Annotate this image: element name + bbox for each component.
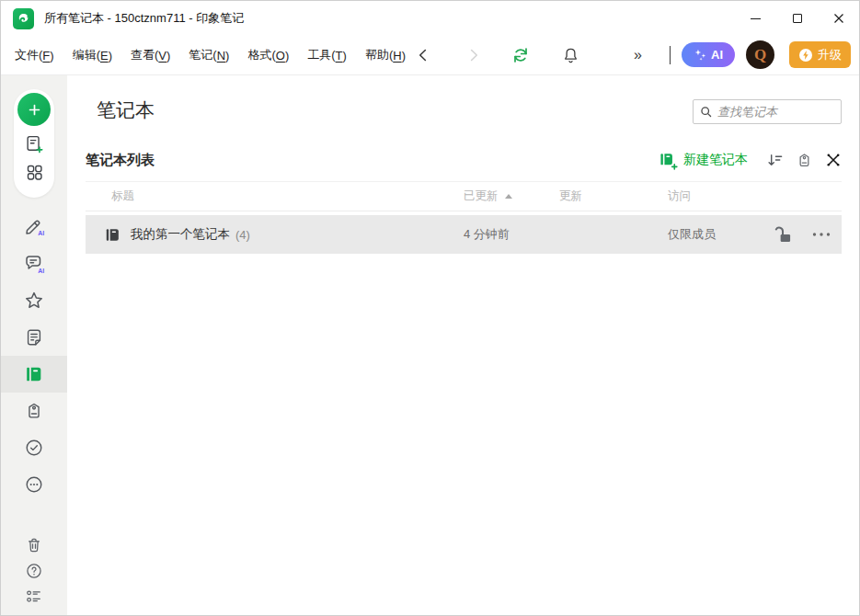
sort-ascending-icon	[505, 194, 512, 199]
quick-new-note-button[interactable]	[24, 134, 44, 154]
sidebar-item-notebooks[interactable]	[1, 356, 67, 393]
minimize-icon	[751, 18, 761, 19]
sidebar-item-notes[interactable]	[1, 319, 67, 356]
notebook-table: 标题 已更新 更新 访问 我的第一个笔记本 (4)	[86, 181, 842, 254]
svg-text:AI: AI	[38, 267, 44, 273]
notebook-search[interactable]	[693, 99, 842, 124]
sidebar-item-tags[interactable]	[1, 393, 67, 429]
sidebar-item-help[interactable]	[1, 558, 67, 584]
new-notebook-button[interactable]: 新建笔记本	[683, 152, 748, 168]
notebook-plus-icon[interactable]	[659, 151, 678, 170]
sync-icon	[511, 46, 530, 64]
menu-view[interactable]: 查看(V)	[121, 36, 179, 74]
unlock-icon	[774, 226, 793, 244]
column-header-update[interactable]: 更新	[545, 188, 654, 204]
pen-ai-icon: AI	[23, 216, 46, 239]
new-note-button[interactable]	[17, 93, 51, 126]
menu-note[interactable]: 笔记(N)	[179, 36, 238, 74]
nav-forward-button[interactable]	[465, 48, 481, 63]
sidebar-item-more[interactable]	[1, 466, 67, 503]
menu-file[interactable]: 文件(F)	[6, 36, 63, 74]
svg-text:AI: AI	[38, 230, 44, 236]
sync-button[interactable]	[511, 46, 530, 64]
sort-icon[interactable]	[766, 152, 784, 169]
back-icon	[416, 48, 431, 63]
chat-ai-icon: AI	[23, 253, 46, 276]
upgrade-label: 升级	[818, 47, 842, 63]
chevrons-right-icon: »	[634, 47, 643, 63]
sidebar-quick-actions	[14, 89, 54, 198]
notebook-icon	[24, 364, 44, 384]
column-header-updated[interactable]: 已更新	[450, 188, 545, 204]
sidebar-item-trash[interactable]	[1, 532, 67, 558]
search-input[interactable]	[717, 105, 834, 119]
help-icon	[25, 562, 43, 580]
upgrade-button[interactable]: 升级	[789, 41, 851, 68]
toolbar-overflow-button[interactable]: »	[634, 47, 643, 63]
star-icon	[23, 290, 45, 312]
notebook-access: 仅限成员	[654, 226, 764, 243]
notifications-button[interactable]	[561, 46, 580, 65]
maximize-button[interactable]	[776, 1, 818, 36]
menu-format[interactable]: 格式(O)	[238, 36, 298, 74]
window-title: 所有笔记本 - 150ctznm711 - 印象笔记	[44, 10, 244, 27]
column-header-title[interactable]: 标题	[86, 188, 450, 204]
widgets-button[interactable]	[25, 163, 44, 182]
search-icon	[700, 105, 712, 119]
maximize-icon	[793, 14, 802, 23]
sidebar-item-tasks[interactable]	[1, 429, 67, 466]
bell-icon	[561, 46, 580, 65]
table-row[interactable]: 我的第一个笔记本 (4) 4 分钟前 仅限成员	[86, 215, 842, 254]
avatar-initial: Q	[754, 46, 766, 64]
table-header-row: 标题 已更新 更新 访问	[86, 181, 842, 211]
notebook-row-icon	[104, 226, 121, 244]
nav-back-button[interactable]	[416, 48, 431, 63]
close-button[interactable]	[818, 1, 859, 36]
menu-help[interactable]: 帮助(H)	[356, 36, 415, 74]
main-content: 笔记本 笔记本列表 新建笔记本	[67, 75, 859, 615]
window-controls	[735, 1, 859, 36]
ellipsis-icon	[811, 232, 831, 237]
sidebar-item-ai-chat[interactable]: AI	[1, 245, 67, 282]
sidebar-item-ai-write[interactable]: AI	[1, 209, 67, 245]
page-title: 笔记本	[97, 97, 155, 123]
close-icon	[833, 13, 844, 24]
lightning-bolt-icon	[798, 48, 813, 63]
notebook-more-button[interactable]	[801, 232, 842, 237]
toolbar-divider	[670, 46, 671, 64]
section-title: 笔记本列表	[86, 152, 155, 169]
note-plus-icon	[24, 134, 44, 154]
expand-icon[interactable]	[825, 152, 842, 168]
grid-icon	[25, 163, 44, 182]
notebook-lock-button[interactable]	[764, 226, 801, 244]
minimize-button[interactable]	[735, 1, 776, 36]
notebook-title: 我的第一个笔记本	[131, 226, 230, 243]
ai-assistant-button[interactable]: AI	[682, 42, 735, 67]
menu-tools[interactable]: 工具(T)	[298, 36, 356, 74]
notebook-updated: 4 分钟前	[450, 226, 545, 243]
tag-icon	[24, 401, 44, 421]
sparkles-icon	[694, 48, 707, 62]
sidebar-item-shortcuts[interactable]	[1, 282, 67, 319]
more-circle-icon	[24, 474, 44, 495]
notebook-note-count: (4)	[235, 228, 250, 242]
titlebar: 所有笔记本 - 150ctznm711 - 印象笔记	[1, 1, 859, 36]
sidebar: AI AI	[1, 75, 67, 615]
menubar: 文件(F) 编辑(E) 查看(V) 笔记(N) 格式(O) 工具(T) 帮助(H…	[1, 36, 859, 75]
sidebar-item-preferences[interactable]	[1, 584, 67, 610]
list-settings-icon	[25, 587, 43, 606]
section-controls: 新建笔记本	[659, 148, 842, 172]
account-avatar[interactable]: Q	[746, 40, 774, 69]
app-window: 所有笔记本 - 150ctznm711 - 印象笔记 文件(F) 编辑(E) 查…	[0, 0, 860, 616]
menu-edit[interactable]: 编辑(E)	[63, 36, 121, 74]
column-header-access[interactable]: 访问	[654, 188, 764, 204]
check-circle-icon	[24, 438, 44, 458]
note-icon	[24, 327, 44, 348]
trash-icon	[25, 536, 43, 554]
plus-icon	[27, 102, 42, 118]
evernote-logo-icon	[13, 8, 34, 29]
ai-badge-label: AI	[711, 48, 723, 62]
forward-icon	[465, 48, 481, 63]
tag-filter-icon[interactable]	[796, 152, 813, 169]
